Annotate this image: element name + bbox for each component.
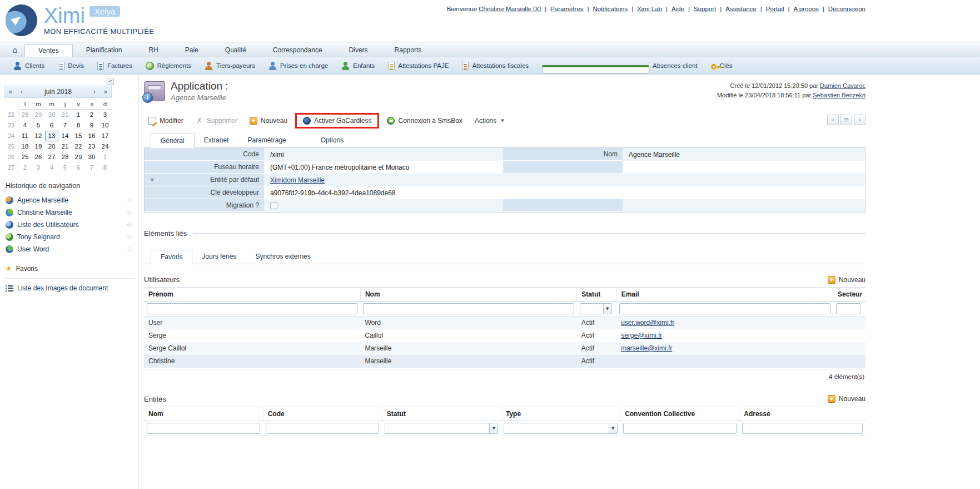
nav-tab-rh[interactable]: RH <box>135 43 171 57</box>
history-item-agence-marseille[interactable]: Agence Marseille ☆ <box>4 194 134 206</box>
images-list-label[interactable]: Liste des Images de document <box>17 284 108 292</box>
users-filter-secteur-input[interactable] <box>836 303 860 314</box>
calendar-day[interactable]: 9 <box>85 120 98 131</box>
connexion-smsbox-button[interactable]: Connexion à SmsBox <box>382 115 466 127</box>
calendar-day[interactable]: 7 <box>58 120 72 131</box>
migration-checkbox[interactable] <box>270 202 277 209</box>
calendar-day[interactable]: 14 <box>58 131 72 141</box>
favorites-label[interactable]: Favoris <box>16 265 38 273</box>
table-row[interactable]: Serge Caillol Actif serge@ximi.fr <box>144 329 865 342</box>
ribbon-item-factures[interactable]: Factures <box>91 57 139 74</box>
ribbon-item-clients[interactable]: Clients <box>7 57 51 74</box>
tab-synchros-externes[interactable]: Synchros externes <box>246 250 320 264</box>
users-col-secteur[interactable]: Secteur <box>833 288 865 302</box>
modifier-button[interactable]: Modifier <box>144 115 188 127</box>
ribbon-item-tiers-payeurs[interactable]: Tiers-payeurs <box>198 57 262 74</box>
calendar-day[interactable]: 20 <box>45 141 58 152</box>
calendar-day[interactable]: 31 <box>58 110 72 120</box>
history-item-label[interactable]: User Word <box>17 245 122 253</box>
calendar-day[interactable]: 8 <box>72 120 85 131</box>
ribbon-item-enfants[interactable]: Enfants <box>335 57 381 74</box>
history-item-tony-seignard[interactable]: Tony Seignard ☆ <box>4 231 134 243</box>
calendar-day[interactable]: 30 <box>45 110 58 120</box>
nav-tab-ventes[interactable]: Ventes <box>24 44 73 57</box>
calendar-day[interactable]: 10 <box>98 120 112 131</box>
history-item-label[interactable]: Agence Marseille <box>17 196 122 204</box>
logo-area[interactable]: Ximi Xelya MON EFFICACITÉ MULTIPLIÉE <box>6 4 154 36</box>
calendar-day[interactable]: 3 <box>98 110 112 120</box>
calendar-day[interactable]: 19 <box>32 141 45 152</box>
calendar-day[interactable]: 29 <box>72 152 85 162</box>
favorite-star-icon[interactable]: ☆ <box>126 196 133 205</box>
link-portail[interactable]: Portail <box>766 6 784 12</box>
favorites-section[interactable]: ★ Favoris <box>6 264 133 273</box>
calendar-day-selected[interactable]: 13 <box>45 131 58 141</box>
calendar-day[interactable]: 5 <box>32 120 45 131</box>
table-row[interactable]: User Word Actif user.word@ximi.fr <box>144 317 865 329</box>
entities-col-adresse[interactable]: Adresse <box>739 407 865 421</box>
ribbon-item-prises-en-charge[interactable]: Prises en charge <box>262 57 335 74</box>
calendar-day[interactable]: 27 <box>45 152 58 162</box>
tab-favoris[interactable]: Favoris <box>151 250 192 264</box>
entities-filter-statut-select[interactable]: ▼ <box>385 423 498 434</box>
users-col-statut[interactable]: Statut <box>577 288 616 302</box>
entities-filter-type-select[interactable]: ▼ <box>504 423 617 434</box>
entities-col-code[interactable]: Code <box>263 407 382 421</box>
calendar-day[interactable]: 16 <box>85 131 98 141</box>
link-aide[interactable]: Aide <box>671 6 684 12</box>
table-row[interactable]: Serge Caillol Marseille Actif marseille@… <box>144 342 865 355</box>
ribbon-item-reglements[interactable]: Règlements <box>139 57 198 74</box>
calendar-day[interactable]: 28 <box>18 110 32 120</box>
calendar-day[interactable]: 8 <box>98 162 112 173</box>
calendar-day[interactable]: 4 <box>45 162 58 173</box>
calendar-day[interactable]: 25 <box>18 152 32 162</box>
ribbon-item-attestations-fiscales[interactable]: Attestations fiscales <box>455 57 535 74</box>
tab-general[interactable]: Général <box>151 134 195 148</box>
nouveau-button[interactable]: Nouveau <box>245 115 292 127</box>
tab-options[interactable]: Options <box>311 134 353 147</box>
next-record-button[interactable]: › <box>854 115 865 125</box>
table-row[interactable]: Christine Marseille Actif <box>144 355 865 368</box>
users-filter-statut-select[interactable]: ▼ <box>580 303 612 314</box>
link-deconnexion[interactable]: Déconnexion <box>828 6 865 12</box>
calendar-day[interactable]: 2 <box>85 110 98 120</box>
calendar-day[interactable]: 30 <box>85 152 98 162</box>
entities-col-convention[interactable]: Convention Collective <box>620 407 739 421</box>
user-email-link[interactable]: marseille@ximi.fr <box>621 344 672 352</box>
current-user-link[interactable]: Christine Marseille [X] <box>479 6 541 12</box>
users-col-email[interactable]: Email <box>616 288 833 302</box>
entities-col-nom[interactable]: Nom <box>144 407 263 421</box>
link-notifications[interactable]: Notifications <box>593 6 628 12</box>
link-parametres[interactable]: Paramètres <box>550 6 583 12</box>
calendar-day[interactable]: 1 <box>72 110 85 120</box>
chevron-down-icon[interactable]: ▼ <box>603 304 611 314</box>
calendar-day[interactable]: 26 <box>32 152 45 162</box>
created-by-link[interactable]: Damien Cavaroc <box>820 82 865 89</box>
nav-tab-qualite[interactable]: Qualité <box>212 43 260 57</box>
link-support[interactable]: Support <box>694 6 716 12</box>
nav-tab-divers[interactable]: Divers <box>336 43 381 57</box>
ribbon-item-attestations-paje[interactable]: Attestations PAJE <box>381 57 455 74</box>
calendar-day[interactable]: 6 <box>45 120 58 131</box>
supprimer-button[interactable]: ✗ Supprimer <box>191 115 242 127</box>
previous-record-button[interactable]: ‹ <box>827 115 839 125</box>
modified-by-link[interactable]: Sebastien Benzekri <box>813 92 865 98</box>
entities-filter-adresse-input[interactable] <box>742 423 863 434</box>
calendar-day[interactable]: 21 <box>58 141 72 152</box>
nav-tab-correspondance[interactable]: Correspondance <box>260 43 336 57</box>
calendar-day[interactable]: 15 <box>72 131 85 141</box>
entite-par-defaut-link[interactable]: Ximidom Marseille <box>270 176 325 184</box>
users-new-button[interactable]: Nouveau <box>828 276 865 284</box>
ribbon-item-cles[interactable]: Clés <box>704 57 739 74</box>
actions-dropdown-button[interactable]: Actions ▼ <box>470 115 509 127</box>
calendar-day[interactable]: 12 <box>32 131 45 141</box>
calendar-day[interactable]: 18 <box>18 141 32 152</box>
favorite-star-icon[interactable]: ☆ <box>126 245 133 254</box>
calendar-day[interactable]: 1 <box>98 152 112 162</box>
calendar-day[interactable]: 23 <box>85 141 98 152</box>
calendar-prev-month-icon[interactable]: ‹ <box>16 88 27 96</box>
ribbon-item-devis[interactable]: Devis <box>51 57 91 74</box>
calendar-day[interactable]: 17 <box>98 131 112 141</box>
entities-filter-nom-input[interactable] <box>147 423 260 434</box>
history-item-user-word[interactable]: User Word ☆ <box>4 243 134 255</box>
